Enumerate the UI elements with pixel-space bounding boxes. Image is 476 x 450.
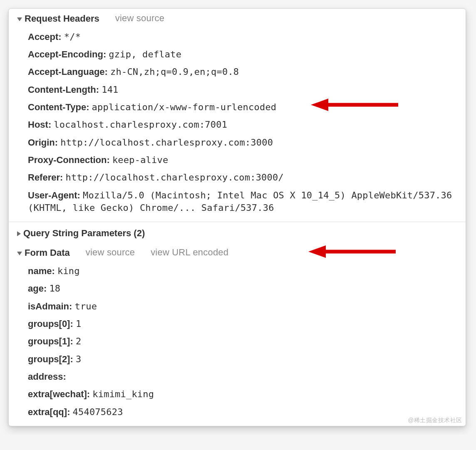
form-name: extra[qq] — [28, 407, 67, 417]
form-value: true — [74, 301, 97, 312]
form-data-header[interactable]: Form Data view source view URL encoded — [17, 247, 457, 258]
form-name: groups[2] — [28, 354, 70, 364]
form-row: extra[qq]: 454075623 — [28, 403, 457, 421]
arrow-annotation-icon — [308, 245, 396, 258]
form-name: groups[0] — [28, 319, 70, 329]
header-row: Proxy-Connection: keep-alive — [28, 151, 457, 169]
query-string-title: Query String Parameters (2) — [23, 228, 145, 239]
header-name: Accept-Encoding — [28, 49, 103, 59]
header-row: Host: localhost.charlesproxy.com:7001 — [28, 116, 457, 134]
header-row: Referer: http://localhost.charlesproxy.c… — [28, 169, 457, 186]
caret-down-icon — [17, 252, 22, 255]
watermark: @稀土掘金技术社区 — [408, 417, 462, 424]
form-name: address — [28, 371, 63, 382]
header-row: Content-Length: 141 — [28, 81, 457, 99]
header-row: User-Agent: Mozilla/5.0 (Macintosh; Inte… — [28, 187, 457, 217]
arrow-annotation-icon — [311, 99, 398, 111]
form-name: age — [28, 283, 44, 294]
form-row: extra[wechat]: kimimi_king — [28, 386, 457, 403]
form-value: 3 — [76, 354, 81, 364]
view-source-toggle[interactable]: view source — [115, 13, 164, 24]
request-headers-header[interactable]: Request Headers view source — [17, 13, 457, 24]
header-value: Mozilla/5.0 (Macintosh; Intel Mac OS X 1… — [28, 190, 452, 213]
form-name: extra[wechat] — [28, 389, 87, 399]
header-name: Content-Length — [28, 84, 96, 95]
caret-down-icon — [17, 17, 22, 21]
form-name: isAdmain — [28, 301, 69, 312]
header-row: Accept: */* — [28, 28, 457, 46]
header-value: gzip, deflate — [109, 49, 181, 59]
form-data-section: Form Data view source view URL encoded n… — [9, 245, 466, 426]
header-value: */* — [64, 32, 81, 42]
header-name: Origin — [28, 137, 55, 148]
form-data-title: Form Data — [25, 247, 70, 258]
header-name: Host — [28, 119, 48, 130]
svg-marker-1 — [311, 99, 328, 111]
header-row: Accept-Language: zh-CN,zh;q=0.9,en;q=0.8 — [28, 63, 457, 81]
header-row: Content-Type: application/x-www-form-url… — [28, 99, 457, 116]
form-name: groups[1] — [28, 336, 70, 346]
devtools-panel: Request Headers view source Accept: */* … — [8, 8, 466, 426]
header-value: localhost.charlesproxy.com:7001 — [54, 119, 227, 130]
form-value: 454075623 — [73, 407, 123, 417]
svg-marker-3 — [308, 245, 326, 258]
request-headers-list: Accept: */* Accept-Encoding: gzip, defla… — [23, 28, 457, 217]
header-value: 141 — [102, 84, 118, 95]
header-name: Accept-Language — [28, 67, 105, 77]
query-string-header[interactable]: Query String Parameters (2) — [17, 228, 457, 239]
header-name: Referer — [28, 172, 60, 183]
form-row: age: 18 — [28, 280, 457, 297]
header-name: Content-Type — [28, 102, 86, 112]
request-headers-title: Request Headers — [25, 13, 99, 24]
form-row: isAdmain: true — [28, 298, 457, 315]
query-string-section: Query String Parameters (2) — [9, 222, 466, 245]
form-row: name: king — [28, 262, 457, 280]
form-row: groups[1]: 2 — [28, 333, 457, 350]
header-value: application/x-www-form-urlencoded — [92, 102, 277, 112]
form-value: 2 — [76, 336, 81, 346]
header-value: keep-alive — [112, 155, 168, 165]
view-source-toggle[interactable]: view source — [86, 247, 135, 258]
form-value: kimimi_king — [92, 389, 154, 399]
header-row: Accept-Encoding: gzip, deflate — [28, 46, 457, 63]
header-name: Accept — [28, 32, 58, 42]
form-row: groups[2]: 3 — [28, 351, 457, 368]
form-value: 18 — [49, 283, 60, 294]
request-headers-section: Request Headers view source Accept: */* … — [9, 9, 466, 222]
form-value: king — [57, 266, 80, 276]
header-row: Origin: http://localhost.charlesproxy.co… — [28, 134, 457, 151]
form-row: address: — [28, 368, 457, 386]
header-value: zh-CN,zh;q=0.9,en;q=0.8 — [110, 67, 239, 77]
header-value: http://localhost.charlesproxy.com:3000/ — [66, 172, 284, 183]
header-name: Proxy-Connection — [28, 155, 107, 165]
form-data-list: name: king age: 18 isAdmain: true groups… — [23, 262, 457, 421]
form-row: groups[0]: 1 — [28, 315, 457, 333]
view-url-encoded-toggle[interactable]: view URL encoded — [151, 247, 228, 258]
form-value: 1 — [76, 319, 81, 329]
header-name: User-Agent — [28, 190, 77, 200]
header-value: http://localhost.charlesproxy.com:3000 — [60, 137, 273, 148]
caret-right-icon — [17, 231, 21, 236]
form-name: name — [28, 266, 52, 276]
